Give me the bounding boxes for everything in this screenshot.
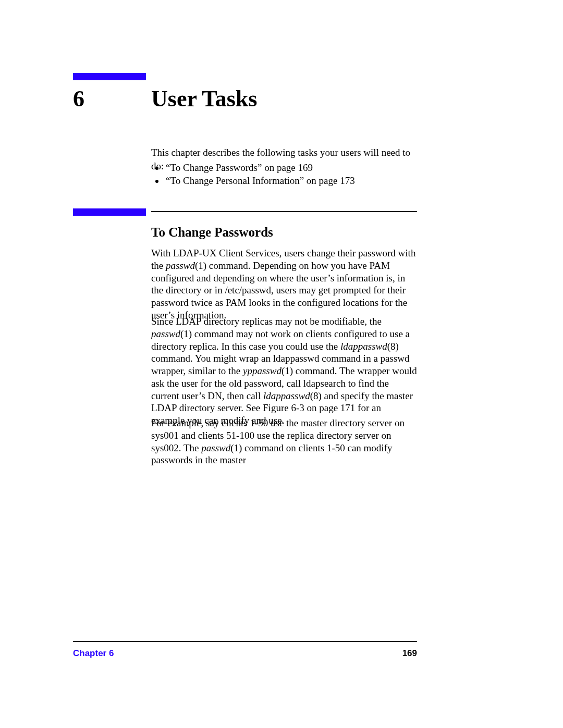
body-paragraph: For example, say clients 1-50 use the ma… <box>151 417 417 466</box>
chapter-number: 6 <box>73 85 84 112</box>
body-paragraph: With LDAP-UX Client Services, users chan… <box>151 247 417 322</box>
body-paragraph: Since LDAP directory replicas may not be… <box>151 315 417 427</box>
chapter-accent-bar <box>73 73 146 80</box>
text: Since LDAP directory replicas may not be… <box>151 316 382 327</box>
footer-chapter-label: Chapter 6 <box>73 648 114 659</box>
list-item: “To Change Personal Information” on page… <box>165 175 431 188</box>
footer-page-number: 169 <box>402 648 417 659</box>
footer-rule <box>73 641 417 642</box>
section-heading: To Change Passwords <box>151 225 273 240</box>
list-item: “To Change Passwords” on page 169 <box>165 162 431 175</box>
command-passwd: passwd <box>201 442 230 453</box>
command-ldappasswd: ldappasswd <box>340 341 387 352</box>
command-passwd: passwd <box>151 328 180 339</box>
command-yppasswd: yppasswd <box>243 365 282 376</box>
section-accent-bar <box>73 208 146 216</box>
section-rule <box>151 211 417 212</box>
task-bullet-list: “To Change Passwords” on page 169 “To Ch… <box>151 162 431 187</box>
command-passwd: passwd <box>166 260 195 271</box>
command-ldappasswd: ldappasswd <box>263 390 310 401</box>
page: 6 User Tasks This chapter describes the … <box>0 0 563 728</box>
chapter-title: User Tasks <box>151 85 257 112</box>
